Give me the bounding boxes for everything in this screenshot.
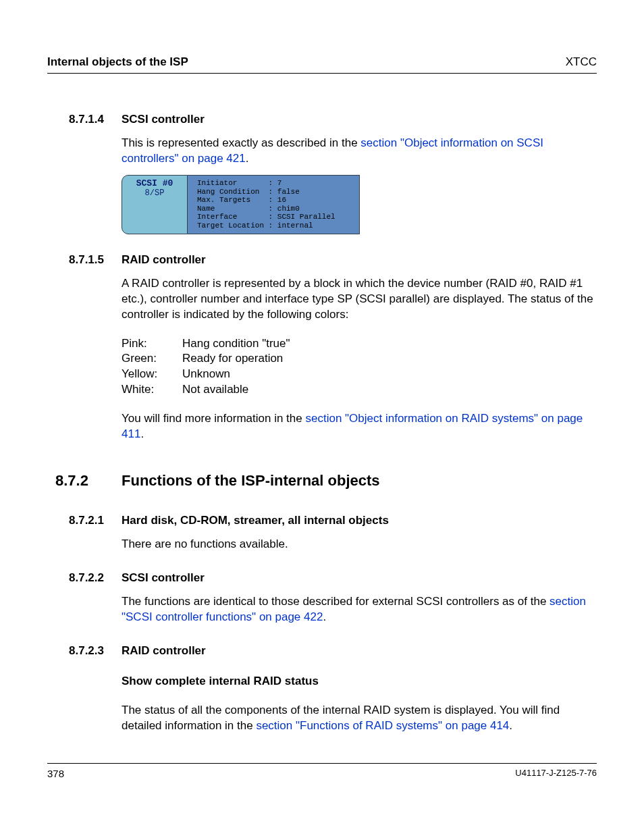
text: The functions are identical to those des…: [122, 595, 549, 608]
section-number: 8.7.1.5: [47, 253, 122, 267]
figure-scsi-controller: SCSI #0 8/SP Initiator : 7 Hang Conditio…: [122, 175, 597, 234]
list-item: Green: Ready for operation: [122, 351, 597, 367]
status-desc: Unknown: [182, 367, 230, 382]
status-label: Green:: [122, 351, 182, 367]
section-8-7-1-4: 8.7.1.4 SCSI controller: [47, 113, 597, 126]
text: .: [323, 610, 326, 623]
page-number: 378: [47, 768, 64, 779]
subheading: Show complete internal RAID status: [122, 675, 319, 687]
status-label: White:: [122, 382, 182, 398]
section-title: Hard disk, CD-ROM, streamer, all interna…: [122, 514, 389, 527]
list-item: Yellow: Unknown: [122, 367, 597, 382]
paragraph: There are no functions available.: [122, 537, 597, 552]
text: You will find more information in the: [122, 412, 305, 425]
status-desc: Ready for operation: [182, 351, 283, 367]
section-8-7-2: 8.7.2 Functions of the ISP-internal obje…: [47, 472, 597, 490]
section-number: 8.7.2.3: [47, 644, 122, 658]
status-desc: Hang condition "true": [182, 336, 290, 352]
page-header: Internal objects of the ISP XTCC: [47, 55, 597, 74]
figure-info-panel: Initiator : 7 Hang Condition : false Max…: [188, 175, 360, 234]
section-title: RAID controller: [122, 253, 206, 267]
section-title: RAID controller: [122, 644, 206, 658]
section-title: SCSI controller: [122, 113, 205, 126]
status-label: Pink:: [122, 336, 182, 352]
paragraph: A RAID controller is represented by a bl…: [122, 276, 597, 323]
section-title: Functions of the ISP-internal objects: [122, 472, 380, 490]
figure-tab-sublabel: 8/SP: [145, 188, 165, 198]
paragraph: This is represented exactly as described…: [122, 136, 597, 167]
section-8-7-1-5: 8.7.1.5 RAID controller: [47, 253, 597, 267]
figure-tab: SCSI #0 8/SP: [122, 175, 188, 234]
status-color-list: Pink: Hang condition "true" Green: Ready…: [122, 336, 597, 398]
text: .: [509, 719, 512, 732]
text: This is represented exactly as described…: [122, 136, 360, 149]
section-number: 8.7.2.2: [47, 571, 122, 585]
list-item: Pink: Hang condition "true": [122, 336, 597, 352]
paragraph: You will find more information in the se…: [122, 411, 597, 442]
section-8-7-2-3: 8.7.2.3 RAID controller: [47, 644, 597, 658]
section-number: 8.7.2: [47, 472, 122, 490]
section-number: 8.7.1.4: [47, 113, 122, 126]
text: .: [140, 427, 144, 440]
subsection-title: Show complete internal RAID status: [122, 674, 597, 689]
section-8-7-2-1: 8.7.2.1 Hard disk, CD-ROM, streamer, all…: [47, 514, 597, 527]
list-item: White: Not available: [122, 382, 597, 398]
page-footer: 378 U41117-J-Z125-7-76: [47, 763, 597, 779]
status-label: Yellow:: [122, 367, 182, 382]
header-product-name: XTCC: [566, 55, 597, 69]
section-number: 8.7.2.1: [47, 514, 122, 527]
section-title: SCSI controller: [122, 571, 205, 585]
text: .: [246, 152, 249, 165]
figure-tab-label: SCSI #0: [136, 178, 173, 188]
paragraph: The functions are identical to those des…: [122, 594, 597, 625]
cross-reference-link[interactable]: section "Functions of RAID systems" on p…: [256, 719, 509, 732]
header-section-title: Internal objects of the ISP: [47, 55, 188, 69]
document-reference: U41117-J-Z125-7-76: [515, 768, 597, 779]
paragraph: The status of all the components of the …: [122, 703, 597, 734]
section-8-7-2-2: 8.7.2.2 SCSI controller: [47, 571, 597, 585]
status-desc: Not available: [182, 382, 248, 398]
